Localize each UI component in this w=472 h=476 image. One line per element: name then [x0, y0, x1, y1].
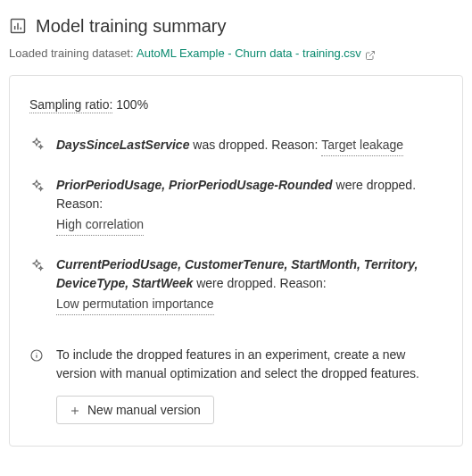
external-link-icon — [365, 48, 376, 59]
drop-reason[interactable]: Low permutation importance — [56, 295, 214, 315]
dataset-prefix: Loaded training dataset: — [9, 46, 137, 60]
drop-text: PriorPeriodUsage, PriorPeriodUsage-Round… — [56, 176, 443, 236]
new-button-label: New manual version — [87, 403, 201, 417]
dataset-link-text: AutoML Example - Churn data - training.c… — [137, 45, 361, 63]
summary-card: Sampling ratio: 100% DaysSinceLastServic… — [9, 75, 463, 447]
drop-text: CurrentPeriodUsage, CustomerTenure, Star… — [56, 255, 443, 315]
info-block: To include the dropped features in an ex… — [29, 346, 443, 424]
info-content: To include the dropped features in an ex… — [56, 346, 443, 424]
sampling-value: 100% — [116, 97, 148, 112]
drop-item: CurrentPeriodUsage, CustomerTenure, Star… — [29, 255, 443, 315]
info-text: To include the dropped features in an ex… — [56, 346, 443, 383]
drop-item: DaysSinceLastService was dropped. Reason… — [29, 134, 443, 156]
sparkle-icon — [29, 137, 44, 151]
sparkle-icon — [29, 179, 44, 193]
drop-suffix: were dropped. Reason: — [193, 276, 326, 290]
drop-text: DaysSinceLastService was dropped. Reason… — [56, 134, 403, 156]
page-title: Model training summary — [36, 13, 226, 39]
drop-suffix: was dropped. Reason: — [189, 138, 321, 152]
dropped-feature-names: PriorPeriodUsage, PriorPeriodUsage-Round… — [56, 178, 333, 192]
sparkle-icon — [29, 258, 44, 272]
info-icon — [29, 348, 44, 363]
svg-line-4 — [369, 51, 375, 56]
sampling-label: Sampling ratio: — [29, 97, 112, 113]
dataset-row: Loaded training dataset: AutoML Example … — [9, 45, 463, 63]
dataset-link[interactable]: AutoML Example - Churn data - training.c… — [137, 45, 376, 63]
dropped-feature-names: DaysSinceLastService — [56, 138, 189, 152]
new-manual-version-button[interactable]: New manual version — [56, 396, 214, 424]
dropped-features-list: DaysSinceLastService was dropped. Reason… — [29, 134, 443, 315]
drop-reason[interactable]: High correlation — [56, 215, 144, 236]
sampling-ratio: Sampling ratio: 100% — [29, 96, 443, 114]
drop-item: PriorPeriodUsage, PriorPeriodUsage-Round… — [29, 176, 443, 236]
bar-chart-icon — [9, 17, 27, 35]
drop-reason[interactable]: Target leakage — [321, 136, 403, 156]
plus-icon — [70, 405, 80, 415]
svg-point-7 — [36, 352, 37, 353]
header: Model training summary — [9, 13, 463, 39]
